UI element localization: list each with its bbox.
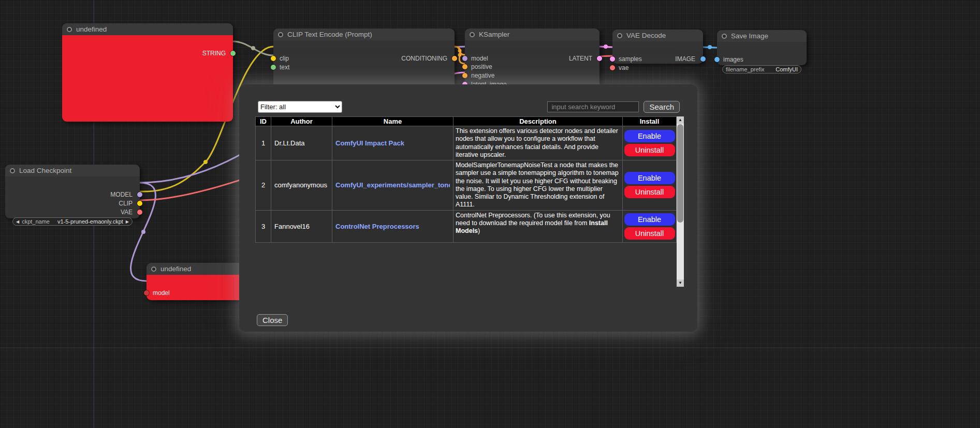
output-label-clip: CLIP	[119, 200, 133, 206]
link-midpoint-dot	[203, 160, 208, 164]
ckpt-name-widget[interactable]: ◀ ckpt_name v1-5-pruned-emaonly.ckpt ▶	[12, 217, 133, 226]
node-body: MODEL CLIP VAE ◀ ckpt_name v1-5-pruned-e…	[5, 176, 140, 218]
cell-author: comfyanonymous	[271, 160, 332, 211]
node-body: STRING	[62, 35, 233, 122]
cell-author: Fannovel16	[271, 210, 332, 242]
node-save-image[interactable]: Save Image images filename_prefix ComfyU…	[717, 30, 807, 65]
input-label-images: images	[723, 56, 743, 63]
node-undefined-bottom[interactable]: undefined model	[147, 263, 245, 300]
collapse-dot-icon[interactable]	[617, 33, 622, 38]
header-install: Install	[623, 117, 677, 126]
cell-install: Enable Uninstall	[623, 126, 677, 160]
cell-author: Dr.Lt.Data	[271, 126, 332, 160]
widget-value: v1-5-pruned-emaonly.ckpt	[57, 218, 123, 225]
output-slot-string[interactable]	[230, 51, 236, 56]
cell-install: Enable Uninstall	[623, 160, 677, 211]
node-title: VAE Decode	[626, 32, 666, 39]
output-label-conditioning: CONDITIONING	[401, 55, 447, 62]
output-slot-image[interactable]	[700, 56, 706, 62]
link-midpoint-dot	[141, 230, 145, 234]
node-vae-decode[interactable]: VAE Decode samples vae IMAGE	[612, 29, 703, 64]
collapse-dot-icon[interactable]	[722, 34, 727, 39]
extensions-table: ID Author Name Description Install 1 Dr.…	[255, 116, 677, 243]
input-slot-vae[interactable]	[610, 65, 615, 70]
cell-id: 3	[256, 210, 271, 242]
extension-name-link[interactable]: ControlNet Preprocessors	[335, 223, 450, 230]
node-titlebar[interactable]: VAE Decode	[612, 29, 703, 41]
node-titlebar[interactable]: Load Checkpoint	[5, 165, 140, 176]
output-slot-latent[interactable]	[597, 56, 602, 61]
link-midpoint-dot	[458, 53, 462, 57]
node-title: undefined	[160, 265, 191, 273]
uninstall-button[interactable]: Uninstall	[624, 227, 675, 240]
search-button[interactable]: Search	[643, 101, 680, 113]
node-body: model	[147, 275, 245, 300]
search-input[interactable]	[547, 101, 639, 112]
node-undefined-top[interactable]: undefined STRING	[62, 23, 233, 122]
output-slot-clip[interactable]	[137, 201, 142, 206]
output-label-latent: LATENT	[569, 55, 592, 62]
input-slot-model[interactable]	[144, 290, 149, 296]
cell-install: Enable Uninstall	[623, 210, 677, 242]
scroll-up-icon[interactable]: ▲	[677, 116, 684, 124]
input-label-positive: positive	[471, 64, 492, 70]
input-label-vae: vae	[619, 65, 628, 71]
extension-name-link[interactable]: ComfyUI_experiments/sampler_tonemap	[335, 181, 450, 189]
table-scrollbar[interactable]: ▲ ▼	[677, 116, 684, 287]
node-titlebar[interactable]: KSampler	[465, 28, 599, 40]
table-row: 1 Dr.Lt.Data ComfyUI Impact Pack This ex…	[256, 126, 677, 160]
uninstall-button[interactable]: Uninstall	[624, 144, 675, 156]
filename-prefix-widget[interactable]: filename_prefix ComfyUI	[722, 65, 801, 73]
uninstall-button[interactable]: Uninstall	[624, 186, 675, 198]
link-midpoint-dot	[708, 45, 712, 49]
output-slot-conditioning[interactable]	[452, 56, 457, 61]
node-title: Save Image	[731, 32, 768, 40]
scrollbar-thumb[interactable]	[677, 124, 683, 223]
header-author: Author	[271, 117, 332, 126]
input-slot-clip[interactable]	[271, 56, 276, 61]
header-description: Description	[454, 117, 623, 126]
cell-id: 1	[256, 126, 271, 160]
collapse-dot-icon[interactable]	[470, 32, 475, 37]
node-title: undefined	[76, 25, 107, 33]
collapse-dot-icon[interactable]	[278, 32, 283, 37]
output-slot-model[interactable]	[137, 192, 142, 197]
link-midpoint-dot	[604, 45, 608, 49]
input-slot-images[interactable]	[714, 57, 720, 62]
cell-id: 2	[256, 160, 271, 211]
cell-description: ModelSamplerTonemapNoiseTest a node that…	[454, 160, 623, 211]
collapse-dot-icon[interactable]	[10, 168, 15, 173]
node-body: images filename_prefix ComfyUI	[717, 42, 807, 65]
link-midpoint-dot	[458, 49, 462, 53]
node-load-checkpoint[interactable]: Load Checkpoint MODEL CLIP VAE ◀ ckpt_na…	[5, 165, 140, 218]
link-midpoint-dot	[251, 46, 255, 50]
scroll-down-icon[interactable]: ▼	[677, 279, 684, 287]
filter-select[interactable]: Filter: all	[258, 101, 342, 113]
input-slot-model[interactable]	[462, 56, 467, 61]
node-titlebar[interactable]: Save Image	[717, 30, 807, 42]
widget-decrement-icon[interactable]: ◀	[16, 219, 19, 224]
input-slot-samples[interactable]	[610, 56, 615, 62]
node-body: samples vae IMAGE	[612, 41, 703, 64]
input-slot-negative[interactable]	[462, 73, 467, 78]
input-label-text: text	[280, 64, 289, 70]
node-titlebar[interactable]: CLIP Text Encode (Prompt)	[273, 28, 455, 40]
enable-button[interactable]: Enable	[624, 213, 675, 226]
widget-increment-icon[interactable]: ▶	[126, 219, 129, 224]
collapse-dot-icon[interactable]	[67, 27, 72, 32]
custom-nodes-dialog: Filter: all Search ID Author Name Descri…	[239, 84, 697, 332]
input-slot-text[interactable]	[271, 65, 276, 70]
close-button[interactable]: Close	[257, 314, 288, 326]
collapse-dot-icon[interactable]	[151, 267, 156, 272]
enable-button[interactable]: Enable	[624, 130, 675, 142]
output-slot-vae[interactable]	[137, 210, 142, 215]
node-titlebar[interactable]: undefined	[62, 23, 233, 35]
enable-button[interactable]: Enable	[624, 172, 675, 184]
input-label-model: model	[153, 290, 170, 296]
header-id: ID	[256, 117, 271, 126]
extension-name-link[interactable]: ComfyUI Impact Pack	[335, 139, 450, 147]
table-row: 2 comfyanonymous ComfyUI_experiments/sam…	[256, 160, 677, 211]
graph-canvas[interactable]: undefined STRING CLIP Text Encode (Promp…	[0, 0, 980, 428]
input-slot-positive[interactable]	[462, 64, 467, 69]
node-titlebar[interactable]: undefined	[147, 263, 245, 275]
